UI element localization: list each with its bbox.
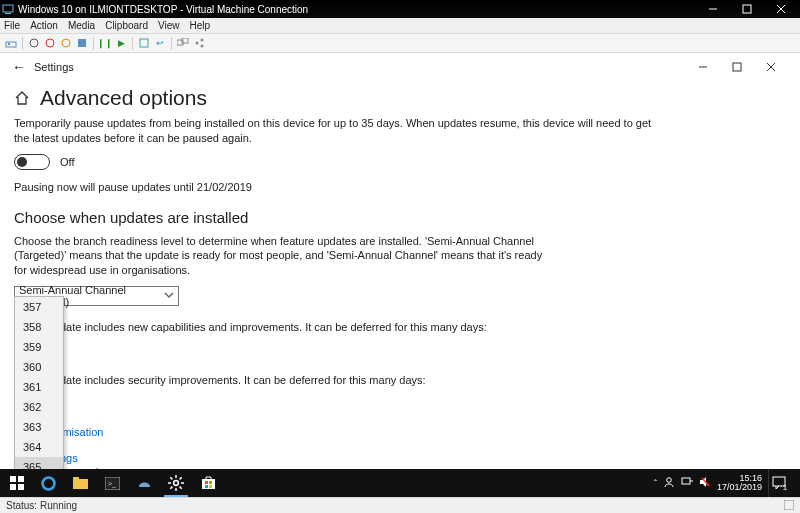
svg-text:>_: >_ <box>108 480 116 488</box>
quality-update-text: date includes security improvements. It … <box>60 373 700 388</box>
svg-rect-26 <box>18 484 24 490</box>
branch-description: Choose the branch readiness level to det… <box>14 234 554 279</box>
turnoff-icon[interactable] <box>43 36 57 50</box>
svg-rect-24 <box>18 476 24 482</box>
pause-updates-toggle[interactable] <box>14 154 50 170</box>
settings-maximize-button[interactable] <box>720 53 754 80</box>
home-icon[interactable] <box>14 90 30 106</box>
vm-menu-file[interactable]: File <box>4 20 20 31</box>
tray-people-icon[interactable] <box>663 476 675 490</box>
svg-rect-42 <box>205 481 208 484</box>
svg-rect-47 <box>682 478 690 484</box>
svg-rect-1 <box>5 13 11 14</box>
svg-rect-43 <box>209 481 212 484</box>
dropdown-option[interactable]: 360 <box>15 357 63 377</box>
defer-days-dropdown[interactable]: 357 358 359 360 361 362 363 364 365 <box>14 296 64 478</box>
taskbar-edge-icon[interactable] <box>32 469 64 497</box>
revert-icon[interactable]: ↩ <box>153 36 167 50</box>
share-icon[interactable] <box>192 36 206 50</box>
vm-menu-help[interactable]: Help <box>189 20 210 31</box>
settings-minimize-button[interactable] <box>686 53 720 80</box>
dropdown-option[interactable]: 364 <box>15 437 63 457</box>
svg-point-10 <box>62 39 70 47</box>
taskbar-settings-icon[interactable] <box>160 469 192 497</box>
vm-menu-clipboard[interactable]: Clipboard <box>105 20 148 31</box>
vm-viewport: ← Settings Advanced options Temporarily … <box>0 53 800 497</box>
system-tray[interactable]: ˆ 15:16 17/01/2019 1 <box>654 469 798 497</box>
vm-statusbar: Status: Running <box>0 497 800 513</box>
svg-point-8 <box>30 39 38 47</box>
ctrl-alt-del-icon[interactable] <box>4 36 18 50</box>
feature-update-text: date includes new capabilities and impro… <box>60 320 700 335</box>
start-button[interactable] <box>2 469 32 497</box>
vm-maximize-button[interactable] <box>730 0 764 18</box>
svg-rect-52 <box>784 500 794 510</box>
svg-point-27 <box>42 477 54 489</box>
vm-menu-view[interactable]: View <box>158 20 180 31</box>
svg-line-37 <box>170 477 172 479</box>
vm-status-indicator-icon <box>784 500 794 512</box>
reset-icon[interactable]: ▶ <box>114 36 128 50</box>
back-button[interactable]: ← <box>12 59 30 75</box>
svg-rect-45 <box>209 485 212 488</box>
svg-rect-0 <box>3 5 13 12</box>
dropdown-option[interactable]: 362 <box>15 397 63 417</box>
settings-close-button[interactable] <box>754 53 788 80</box>
tray-network-icon[interactable] <box>681 476 693 490</box>
svg-rect-29 <box>73 477 79 480</box>
svg-line-40 <box>180 477 182 479</box>
settings-content: Advanced options Temporarily pause updat… <box>0 80 800 464</box>
svg-rect-11 <box>78 39 86 47</box>
svg-rect-44 <box>205 485 208 488</box>
vm-menu-media[interactable]: Media <box>68 20 95 31</box>
vm-title-text: Windows 10 on ILMIONTDESKTOP - Virtual M… <box>18 4 696 15</box>
svg-point-9 <box>46 39 54 47</box>
action-center-button[interactable]: 1 <box>768 469 794 497</box>
pause-description: Temporarily pause updates from being ins… <box>14 116 654 146</box>
vm-titlebar: Windows 10 on ILMIONTDESKTOP - Virtual M… <box>0 0 800 18</box>
delivery-optimisation-link[interactable]: imisation <box>60 426 103 438</box>
enhanced-session-icon[interactable] <box>176 36 190 50</box>
taskbar-app-icon[interactable] <box>128 469 160 497</box>
taskbar-terminal-icon[interactable]: >_ <box>96 469 128 497</box>
page-title: Advanced options <box>40 86 207 110</box>
windows-taskbar: >_ ˆ 15:16 17/01/2019 1 <box>0 469 800 497</box>
svg-point-16 <box>201 39 204 42</box>
settings-header-label: Settings <box>34 61 74 73</box>
checkpoint-icon[interactable] <box>137 36 151 50</box>
svg-rect-6 <box>6 42 16 47</box>
dropdown-option[interactable]: 361 <box>15 377 63 397</box>
shutdown-icon[interactable] <box>59 36 73 50</box>
dropdown-option[interactable]: 363 <box>15 417 63 437</box>
chevron-down-icon <box>164 290 174 302</box>
svg-line-39 <box>170 487 172 489</box>
pause-until-text: Pausing now will pause updates until 21/… <box>14 180 654 195</box>
svg-point-17 <box>201 45 204 48</box>
vm-menubar: File Action Media Clipboard View Help <box>0 18 800 34</box>
choose-updates-heading: Choose when updates are installed <box>14 209 786 226</box>
vm-toolbar: ❙❙ ▶ ↩ <box>0 34 800 53</box>
svg-rect-41 <box>202 479 215 489</box>
vm-menu-action[interactable]: Action <box>30 20 58 31</box>
vm-minimize-button[interactable] <box>696 0 730 18</box>
svg-rect-25 <box>10 484 16 490</box>
svg-rect-23 <box>10 476 16 482</box>
vm-close-button[interactable] <box>764 0 798 18</box>
svg-rect-19 <box>733 63 741 71</box>
tray-volume-icon[interactable] <box>699 476 711 490</box>
taskbar-explorer-icon[interactable] <box>64 469 96 497</box>
tray-chevron-up-icon[interactable]: ˆ <box>654 478 657 488</box>
vm-app-icon <box>2 3 14 15</box>
dropdown-option[interactable]: 358 <box>15 317 63 337</box>
dropdown-option[interactable]: 359 <box>15 337 63 357</box>
pause-icon[interactable]: ❙❙ <box>98 36 112 50</box>
svg-rect-3 <box>743 5 751 13</box>
taskbar-clock[interactable]: 15:16 17/01/2019 <box>717 474 762 493</box>
save-icon[interactable] <box>75 36 89 50</box>
start-icon[interactable] <box>27 36 41 50</box>
svg-rect-28 <box>73 479 88 489</box>
svg-rect-12 <box>140 39 148 47</box>
taskbar-store-icon[interactable] <box>192 469 224 497</box>
svg-point-46 <box>667 478 672 483</box>
dropdown-option[interactable]: 357 <box>15 297 63 317</box>
